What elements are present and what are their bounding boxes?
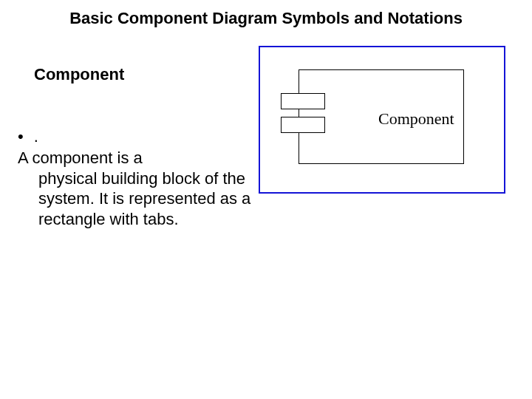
bullet-item: • . — [18, 127, 38, 146]
bullet-marker: • — [18, 127, 24, 146]
body-line-1: A component is a — [18, 149, 143, 167]
body-rest: physical building block of the system. I… — [18, 168, 254, 230]
component-label: Component — [378, 109, 454, 129]
page-title: Basic Component Diagram Symbols and Nota… — [0, 9, 532, 28]
diagram-frame: Component — [259, 46, 505, 194]
component-tab-top — [281, 93, 325, 109]
bullet-text: . — [34, 127, 38, 146]
section-subtitle: Component — [34, 65, 124, 84]
body-paragraph: A component is a physical building block… — [18, 148, 254, 229]
component-tab-bottom — [281, 117, 325, 133]
